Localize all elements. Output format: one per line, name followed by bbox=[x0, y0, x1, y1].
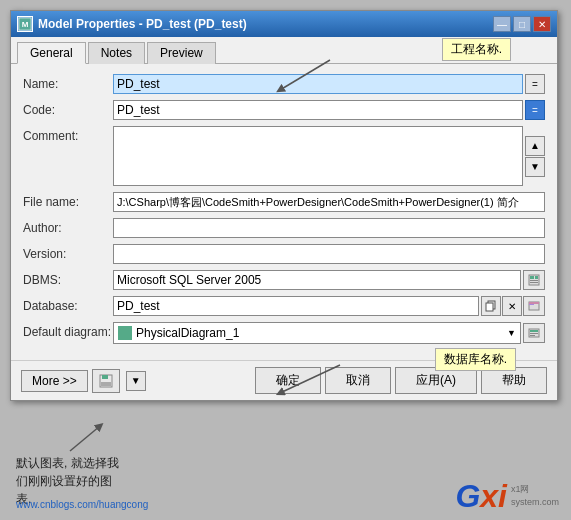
version-field bbox=[113, 244, 545, 264]
database-delete-button[interactable]: ✕ bbox=[502, 296, 522, 316]
version-label: Version: bbox=[23, 244, 113, 261]
dropdown-arrow-icon: ▼ bbox=[507, 328, 516, 338]
save-button[interactable] bbox=[92, 369, 120, 393]
svg-rect-8 bbox=[486, 303, 493, 311]
svg-rect-6 bbox=[530, 282, 538, 283]
name-field: = bbox=[113, 74, 545, 94]
dbms-input[interactable] bbox=[113, 270, 521, 290]
version-row: Version: bbox=[23, 244, 545, 264]
version-input[interactable] bbox=[113, 244, 545, 264]
filename-row: File name: bbox=[23, 192, 545, 212]
dbms-field bbox=[113, 270, 545, 290]
author-row: Author: bbox=[23, 218, 545, 238]
window-title: Model Properties - PD_test (PD_test) bbox=[38, 17, 247, 31]
defaultdiagram-row: Default diagram: PhysicalDiagram_1 ▼ bbox=[23, 322, 545, 344]
help-button[interactable]: 帮助 bbox=[481, 367, 547, 394]
dbms-row: DBMS: bbox=[23, 270, 545, 290]
svg-rect-14 bbox=[530, 333, 538, 334]
watermark-logo: Gxi bbox=[455, 480, 507, 512]
save-dropdown-button[interactable]: ▼ bbox=[126, 371, 146, 391]
author-field bbox=[113, 218, 545, 238]
filename-label: File name: bbox=[23, 192, 113, 209]
defaultdiagram-browse-button[interactable] bbox=[523, 323, 545, 343]
defaultdiagram-field: PhysicalDiagram_1 ▼ bbox=[113, 322, 545, 344]
dbms-browse-button[interactable] bbox=[523, 270, 545, 290]
tab-preview[interactable]: Preview bbox=[147, 42, 216, 64]
database-input[interactable] bbox=[113, 296, 479, 316]
title-bar: M Model Properties - PD_test (PD_test) —… bbox=[11, 11, 557, 37]
code-field: = bbox=[113, 100, 545, 120]
svg-line-21 bbox=[70, 426, 100, 451]
defaultdiagram-label: Default diagram: bbox=[23, 322, 113, 339]
filename-input[interactable] bbox=[113, 192, 545, 212]
database-label: Database: bbox=[23, 296, 113, 313]
cancel-button[interactable]: 取消 bbox=[325, 367, 391, 394]
database-buttons: ✕ bbox=[481, 296, 545, 316]
defaultdiagram-select-wrapper: PhysicalDiagram_1 ▼ bbox=[113, 322, 521, 344]
ok-button[interactable]: 确定 bbox=[255, 367, 321, 394]
author-label: Author: bbox=[23, 218, 113, 235]
svg-rect-15 bbox=[530, 335, 535, 336]
comment-input[interactable] bbox=[113, 126, 523, 186]
content-area: Name: = Code: = Comment: bbox=[11, 64, 557, 360]
database-copy-button[interactable] bbox=[481, 296, 501, 316]
tab-notes[interactable]: Notes bbox=[88, 42, 145, 64]
code-input[interactable] bbox=[113, 100, 523, 120]
svg-rect-5 bbox=[530, 280, 538, 281]
close-button[interactable]: ✕ bbox=[533, 16, 551, 32]
bottom-note-arrow bbox=[60, 416, 120, 456]
defaultdiagram-value: PhysicalDiagram_1 bbox=[136, 326, 239, 340]
comment-label: Comment: bbox=[23, 126, 113, 143]
maximize-button[interactable]: □ bbox=[513, 16, 531, 32]
watermark: Gxi x1网 system.com bbox=[455, 480, 559, 512]
svg-rect-13 bbox=[530, 330, 538, 332]
database-name-callout: 数据库名称. bbox=[435, 348, 516, 371]
watermark-text: x1网 system.com bbox=[511, 483, 559, 508]
apply-button[interactable]: 应用(A) bbox=[395, 367, 477, 394]
window-icon: M bbox=[17, 16, 33, 32]
comment-field: ▲ ▼ bbox=[113, 126, 545, 186]
filename-field bbox=[113, 192, 545, 212]
code-label: Code: bbox=[23, 100, 113, 117]
minimize-button[interactable]: — bbox=[493, 16, 511, 32]
project-name-callout: 工程名称. bbox=[442, 38, 511, 61]
name-input[interactable] bbox=[113, 74, 523, 94]
svg-rect-18 bbox=[101, 382, 111, 386]
more-button[interactable]: More >> bbox=[21, 370, 88, 392]
name-row: Name: = bbox=[23, 74, 545, 94]
comment-scroll-down[interactable]: ▼ bbox=[525, 157, 545, 177]
database-browse-button[interactable] bbox=[523, 296, 545, 316]
svg-rect-17 bbox=[102, 375, 108, 379]
author-input[interactable] bbox=[113, 218, 545, 238]
model-properties-window: M Model Properties - PD_test (PD_test) —… bbox=[10, 10, 558, 401]
comment-row: Comment: ▲ ▼ bbox=[23, 126, 545, 186]
tab-general[interactable]: General bbox=[17, 42, 86, 64]
svg-text:M: M bbox=[22, 20, 29, 29]
name-button[interactable]: = bbox=[525, 74, 545, 94]
blog-url: www.cnblogs.com/huangcong bbox=[16, 499, 148, 510]
code-row: Code: = bbox=[23, 100, 545, 120]
database-field: ✕ bbox=[113, 296, 545, 316]
svg-rect-4 bbox=[535, 276, 538, 279]
svg-rect-3 bbox=[530, 276, 534, 279]
svg-rect-11 bbox=[529, 302, 539, 304]
code-button[interactable]: = bbox=[525, 100, 545, 120]
comment-scroll-up[interactable]: ▲ bbox=[525, 136, 545, 156]
name-label: Name: bbox=[23, 74, 113, 91]
dbms-label: DBMS: bbox=[23, 270, 113, 287]
database-row: Database: ✕ bbox=[23, 296, 545, 316]
title-buttons: — □ ✕ bbox=[493, 16, 551, 32]
